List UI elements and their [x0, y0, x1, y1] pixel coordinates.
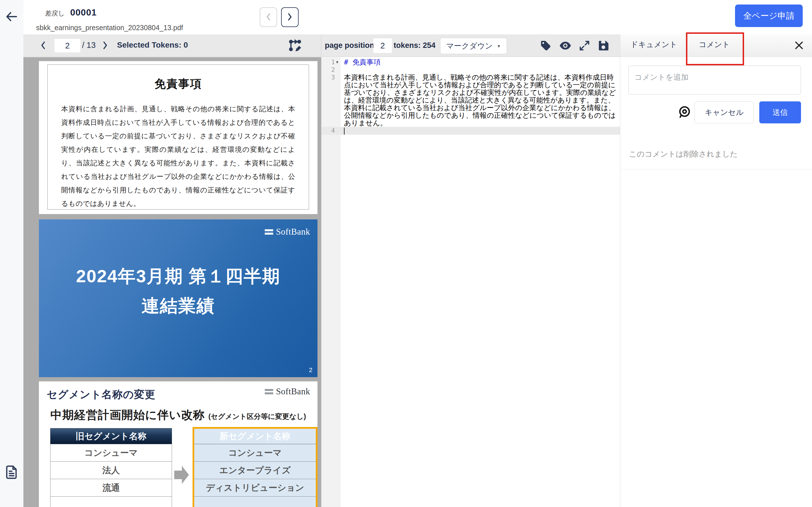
page-position-label: page position: [325, 41, 377, 50]
editor-line-text: 本資料に含まれる計画、見通し、戦略その他の将来に関する記述は、本資料作成日時点に… [341, 73, 620, 127]
tab-comment[interactable]: コメント [699, 40, 730, 50]
segment-slide-title: セグメント名称の変更 [47, 388, 155, 402]
page-number-input[interactable] [54, 39, 80, 52]
tag-icon[interactable] [539, 39, 553, 52]
table-row [194, 497, 316, 507]
pdf-page-title-slide[interactable]: SoftBank 2024年3月期 第１四半期 連結業績 2 [39, 219, 317, 377]
eye-preview-icon[interactable] [559, 39, 572, 52]
editor-line-text: # 免責事項 [341, 58, 620, 66]
save-icon[interactable] [597, 39, 610, 52]
chevron-right-icon [287, 13, 293, 22]
token-annotate-icon[interactable] [287, 38, 303, 54]
editor-line[interactable]: 1▼ # 免責事項 [321, 58, 620, 66]
app-root: 差戻し 00001 sbkk_earnings_presentation_202… [0, 0, 812, 507]
pdf-panel: / 13 Selected Tokens: 0 免責事項 [23, 34, 321, 507]
left-rail [0, 0, 23, 507]
selected-tokens-label: Selected Tokens: 0 [117, 41, 188, 50]
chevron-left-icon [265, 13, 272, 22]
table-row: コンシューマ [194, 444, 316, 462]
format-mode-value: マークダウン [446, 41, 493, 51]
text-cursor [344, 128, 345, 135]
pdf-panel-header: / 13 Selected Tokens: 0 [23, 34, 321, 57]
page-total-label: / 13 [82, 41, 96, 50]
next-page-button[interactable] [99, 40, 111, 52]
close-icon [794, 48, 805, 52]
old-segment-header: 旧セグメント名称 [50, 429, 172, 444]
next-document-button[interactable] [281, 7, 299, 27]
editor-panel-header: page position: tokens: 254 マークダウン ▼ [321, 34, 620, 57]
mention-icon[interactable] [677, 105, 691, 119]
markdown-editor[interactable]: 1▼ # 免責事項 2 3 本資料に含まれる計画、見通し、戦略その他の将来に関す… [321, 57, 620, 507]
editor-line[interactable]: 2 [321, 66, 620, 73]
softbank-logo: SoftBank [265, 227, 310, 237]
editor-line-text [341, 127, 620, 135]
table-row [50, 497, 172, 507]
line-number: 1▼ [321, 58, 341, 66]
line-number: 2 [321, 66, 341, 73]
chevron-down-icon: ▼ [497, 44, 501, 48]
comment-divider [620, 169, 812, 169]
slide-title-line2: 連結業績 [39, 297, 317, 315]
tab-document[interactable]: ドキュメント [630, 40, 677, 50]
disclaimer-title: 免責事項 [48, 76, 309, 92]
close-panel-button[interactable] [793, 40, 805, 52]
softbank-wordmark: SoftBank [276, 227, 310, 237]
table-row: 流通 [50, 479, 172, 497]
slide-title: 2024年3月期 第１四半期 連結業績 [39, 267, 317, 315]
tokens-count-label: tokens: 254 [394, 41, 436, 50]
softbank-bars-icon [265, 389, 273, 394]
deleted-comment-notice: このコメントは削除されました [629, 149, 738, 159]
chevron-left-icon [40, 47, 47, 51]
arrow-left-icon [4, 20, 18, 24]
status-label: 差戻し [45, 9, 65, 18]
markdown-editor-panel: page position: tokens: 254 マークダウン ▼ [321, 34, 620, 507]
document-filename: sbkk_earnings_presentation_20230804_13.p… [36, 24, 183, 32]
softbank-logo: SoftBank [265, 386, 310, 397]
old-segment-table: 旧セグメント名称 コンシューマ 法人 流通 [50, 428, 172, 507]
side-panel-tabbar: ドキュメント コメント [620, 34, 812, 57]
table-row: エンタープライズ [194, 462, 316, 479]
fold-arrow-icon[interactable]: ▼ [335, 58, 340, 66]
table-row: 法人 [50, 462, 172, 479]
pdf-page-list[interactable]: 免責事項 本資料に含まれる計画、見通し、戦略その他の将来に関する記述は、本資料作… [23, 57, 321, 507]
pdf-page-disclaimer[interactable]: 免責事項 本資料に含まれる計画、見通し、戦略その他の将来に関する記述は、本資料作… [39, 61, 317, 214]
editor-line-active[interactable]: 4 [321, 127, 620, 135]
softbank-wordmark: SoftBank [276, 386, 310, 397]
expand-fullscreen-icon[interactable] [578, 39, 591, 52]
comment-panel: ドキュメント コメント キャンセル 送信 このコメントは削除されました [620, 34, 812, 507]
prev-page-button[interactable] [37, 40, 49, 52]
line-number: 3 [321, 73, 341, 81]
slide-title-line1: 2024年3月期 第１四半期 [39, 267, 317, 285]
chevron-right-icon [101, 47, 109, 51]
send-button[interactable]: 送信 [759, 101, 801, 123]
table-row: コンシューマ [50, 444, 172, 462]
slide-page-number: 2 [309, 367, 312, 374]
page-position-input[interactable] [373, 38, 392, 53]
submit-all-pages-button[interactable]: 全ページ申請 [735, 4, 803, 27]
new-segment-table: 新セグメント名称 コンシューマ エンタープライズ ディストリビューション [194, 428, 316, 507]
segment-subtitle: 中期経営計画開始に伴い改称 (セグメント区分等に変更なし) [39, 407, 317, 423]
format-mode-dropdown[interactable]: マークダウン ▼ [440, 38, 507, 54]
back-button[interactable] [4, 10, 18, 24]
arrow-right-icon [174, 466, 189, 484]
cancel-button[interactable]: キャンセル [695, 101, 754, 123]
disclaimer-body: 本資料に含まれる計画、見通し、戦略その他の将来に関する記述は、本資料作成日時点に… [61, 102, 295, 210]
top-bar: 差戻し 00001 sbkk_earnings_presentation_202… [23, 0, 812, 34]
prev-document-button[interactable] [260, 7, 277, 27]
document-id: 00001 [70, 7, 97, 18]
editor-line[interactable]: 3 本資料に含まれる計画、見通し、戦略その他の将来に関する記述は、本資料作成日時… [321, 73, 620, 127]
document-file-icon[interactable] [5, 464, 18, 480]
line-number: 4 [321, 127, 341, 134]
disclaimer-border-box: 免責事項 本資料に含まれる計画、見通し、戦略その他の将来に関する記述は、本資料作… [47, 64, 309, 210]
segment-subtitle-main: 中期経営計画開始に伴い改称 [50, 408, 205, 421]
pdf-page-segment-slide[interactable]: セグメント名称の変更 SoftBank 中期経営計画開始に伴い改称 (セグメント… [39, 381, 317, 507]
comment-input[interactable] [628, 66, 801, 95]
segment-subtitle-note: (セグメント区分等に変更なし) [208, 412, 306, 420]
softbank-bars-icon [265, 229, 273, 235]
table-row: ディストリビューション [194, 479, 316, 497]
new-segment-header: 新セグメント名称 [194, 429, 316, 444]
